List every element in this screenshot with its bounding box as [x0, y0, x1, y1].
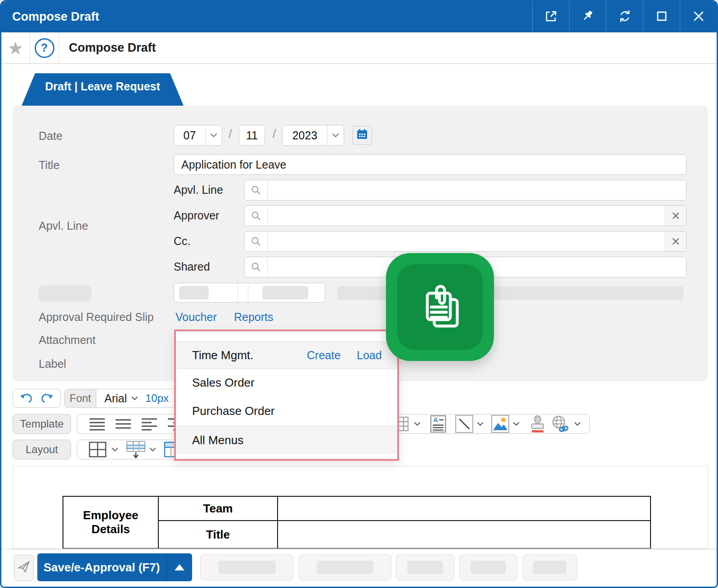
- close-icon: [692, 9, 705, 25]
- table-cell-team[interactable]: Team: [158, 496, 278, 521]
- cc-search-field: ✕: [244, 231, 687, 252]
- page-title: Compose Draft: [69, 41, 156, 55]
- clear-approver-button[interactable]: ✕: [665, 206, 686, 226]
- search-icon[interactable]: [245, 232, 268, 251]
- chevron-down-icon[interactable]: [112, 447, 118, 452]
- close-button[interactable]: [680, 1, 717, 32]
- font-family-value[interactable]: Arial: [104, 392, 127, 405]
- tab-draft-leave-request[interactable]: Draft | Leave Request: [22, 73, 184, 106]
- cc-input[interactable]: [268, 232, 665, 251]
- refresh-button[interactable]: [606, 1, 643, 32]
- stamp-icon[interactable]: [529, 414, 546, 433]
- help-button[interactable]: ?: [30, 32, 59, 63]
- line-shape-icon[interactable]: [455, 415, 473, 433]
- menu-item-time-mgmt[interactable]: Time Mgmt. Create Load: [176, 341, 397, 369]
- clear-cc-button[interactable]: ✕: [665, 232, 686, 251]
- skeleton-footer-button: [522, 554, 577, 580]
- date-label: Date: [39, 129, 63, 143]
- load-link[interactable]: Load: [357, 349, 382, 362]
- table-cell-title-value[interactable]: [278, 521, 651, 548]
- title-label: Title: [39, 159, 59, 172]
- divider: [238, 283, 238, 302]
- menu-item-label: Sales Order: [192, 376, 255, 390]
- image-icon[interactable]: [491, 415, 509, 433]
- divider: [248, 283, 248, 302]
- search-icon[interactable]: [245, 206, 268, 226]
- line-spacing-icon[interactable]: [114, 417, 132, 431]
- send-button[interactable]: [14, 555, 34, 581]
- maximize-icon: [655, 10, 668, 24]
- undo-button[interactable]: [20, 392, 33, 404]
- voucher-link[interactable]: Voucher: [175, 311, 217, 324]
- search-icon[interactable]: [245, 257, 268, 277]
- table-cell-employee-details[interactable]: Employee Details: [63, 496, 158, 548]
- date-year-select[interactable]: 2023: [282, 125, 344, 146]
- apvl-line-input[interactable]: [268, 180, 686, 200]
- pin-button[interactable]: [569, 1, 606, 32]
- chevron-down-icon: [327, 125, 344, 145]
- approver-input[interactable]: [268, 206, 665, 226]
- maximize-button[interactable]: [643, 1, 680, 32]
- menu-item-purchase-order[interactable]: Purchase Order: [176, 396, 397, 426]
- star-icon: ★: [8, 39, 24, 57]
- date-month-value: 07: [174, 129, 205, 142]
- redo-button[interactable]: [40, 392, 54, 404]
- menu-spacer: [176, 331, 397, 341]
- reports-link[interactable]: Reports: [234, 311, 274, 324]
- chevron-down-icon[interactable]: [149, 447, 156, 452]
- open-new-window-button[interactable]: [532, 1, 569, 32]
- clear-icon: ✕: [671, 209, 681, 223]
- calendar-icon: [356, 129, 368, 142]
- approval-required-slip-label: Approval Required Slip: [39, 311, 154, 324]
- grid-layout-icon[interactable]: [89, 441, 107, 458]
- skeleton-pill: [262, 286, 308, 299]
- open-new-window-icon: [544, 9, 558, 25]
- calendar-button[interactable]: [352, 126, 372, 145]
- menu-item-label: Time Mgmt.: [192, 348, 253, 362]
- search-icon[interactable]: [245, 180, 268, 200]
- cc-row-label: Cc.: [174, 235, 191, 248]
- title-input[interactable]: [174, 154, 687, 175]
- insert-row-below-icon[interactable]: [126, 441, 146, 459]
- paperclip-notes-icon: [411, 278, 469, 336]
- template-button[interactable]: Template: [13, 414, 71, 434]
- favorite-button[interactable]: ★: [1, 32, 30, 63]
- save-e-approval-button[interactable]: Save/e-Approval (F7): [37, 553, 192, 581]
- align-left-icon[interactable]: [140, 417, 158, 431]
- date-year-value: 2023: [283, 129, 327, 142]
- label-label: Label: [39, 357, 66, 370]
- layout-button[interactable]: Layout: [13, 440, 71, 459]
- create-link[interactable]: Create: [307, 349, 341, 362]
- chevron-down-icon[interactable]: [131, 396, 138, 401]
- skeleton-label: [39, 285, 91, 302]
- save-options-toggle[interactable]: [166, 553, 192, 581]
- hyperlink-globe-icon[interactable]: [550, 414, 570, 433]
- date-day-value: 11: [246, 129, 258, 142]
- refresh-icon: [618, 9, 632, 25]
- menu-item-sales-order[interactable]: Sales Order: [176, 369, 397, 396]
- skeleton-pill: [179, 286, 209, 299]
- approver-search-field: ✕: [244, 205, 687, 226]
- font-group: Font Arial 10px: [64, 389, 177, 408]
- date-month-select[interactable]: 07: [174, 125, 222, 146]
- shared-row-label: Shared: [174, 260, 210, 273]
- chevron-down-icon[interactable]: [574, 422, 581, 426]
- date-day-field[interactable]: 11: [239, 125, 265, 146]
- menu-item-all-menus[interactable]: All Menus: [176, 426, 397, 454]
- table-cell-team-value[interactable]: [278, 496, 651, 521]
- date-separator: /: [229, 127, 232, 141]
- document-editor-canvas[interactable]: Employee Details Team Title: [13, 466, 708, 549]
- chevron-down-icon[interactable]: [414, 422, 421, 426]
- chevron-down-icon[interactable]: [477, 422, 484, 426]
- align-justify-icon[interactable]: [88, 417, 106, 431]
- help-icon: ?: [35, 38, 54, 58]
- undo-redo-group: [13, 389, 61, 408]
- chevron-down-icon[interactable]: [513, 422, 520, 426]
- skeleton-field: [174, 283, 325, 303]
- skeleton-footer-button: [299, 554, 391, 580]
- font-size-value[interactable]: 10px: [145, 392, 169, 405]
- text-box-icon[interactable]: A: [429, 415, 447, 433]
- table-cell-title[interactable]: Title: [158, 521, 278, 548]
- date-separator: /: [273, 127, 276, 141]
- chevron-down-icon: [205, 125, 222, 145]
